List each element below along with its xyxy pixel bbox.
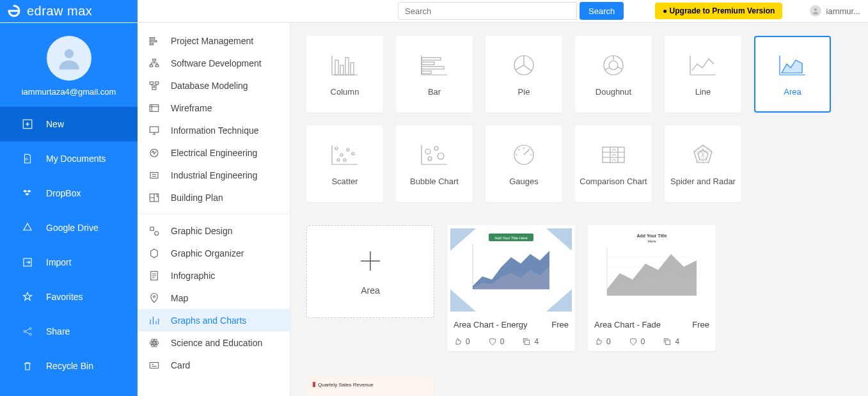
svg-rect-13 [150,43,153,44]
cat-graphs-charts[interactable]: Graphs and Charts [138,309,290,331]
cat-project-management[interactable]: Project Management [138,29,290,52]
cat-science[interactable]: Science and Education [138,331,290,354]
cat-database[interactable]: Database Modeling [138,74,290,97]
template-energy[interactable]: Add Your Title Here Area Chart - Energy … [447,225,575,351]
chart-type-scatter[interactable]: Scatter [306,125,383,202]
svg-marker-61 [450,289,476,312]
search-button[interactable]: Search [580,2,624,20]
main-content: Column Bar Pie Doughnut Line Area [291,23,868,396]
template-blank-area[interactable]: Area [306,225,434,318]
copy-icon [663,337,672,346]
svg-rect-36 [345,58,349,75]
svg-rect-19 [152,87,156,90]
svg-point-44 [609,61,618,70]
svg-rect-38 [422,58,441,60]
pie-chart-icon [508,52,540,78]
nav-gdrive[interactable]: Google Drive [0,210,138,245]
template-fade[interactable]: Add Your Title Here [588,225,716,351]
svg-text:Add Your Title: Add Your Title [636,234,667,238]
chart-type-doughnut[interactable]: Doughnut [575,36,652,113]
template-favs[interactable]: 0 [629,337,645,346]
chart-type-label: Pie [518,87,530,97]
chart-type-spider[interactable]: Spider and Radar [665,125,741,202]
svg-point-45 [335,147,338,150]
cat-graphic-organizer[interactable]: Graphic Organizer [138,242,290,264]
chart-type-label: Bar [428,87,441,97]
template-likes[interactable]: 0 [454,337,470,346]
radar-chart-icon [687,142,719,168]
flowchart-icon [148,57,161,70]
chart-type-gauges[interactable]: Gauges [485,125,562,202]
svg-rect-16 [155,65,159,67]
svg-rect-25 [150,227,154,230]
cat-map[interactable]: Map [138,287,290,309]
chart-type-bubble[interactable]: Bubble Chart [396,125,473,202]
design-icon [148,225,161,237]
template-title: Area Chart - Energy [454,320,528,329]
svg-point-30 [150,341,159,345]
nav-favorites[interactable]: Favorites [0,280,138,314]
column-chart-icon [329,52,361,78]
svg-point-2 [65,49,74,58]
svg-point-52 [434,147,438,150]
nav-recycle[interactable]: Recycle Bin [0,349,138,383]
circuit-icon [148,147,161,159]
hexagon-icon [148,247,161,260]
upgrade-button[interactable]: ● Upgrade to Premium Version [655,3,782,19]
table-icon [597,142,629,168]
svg-rect-18 [155,82,159,84]
nav-mydocs[interactable]: My Documents [0,141,138,176]
template-likes[interactable]: 0 [594,337,611,346]
svg-rect-34 [335,60,338,75]
svg-point-47 [347,148,349,151]
dropbox-icon [22,187,33,199]
avatar-icon[interactable] [47,36,91,81]
cat-infographic[interactable]: Infographic [138,264,290,287]
chart-type-pie[interactable]: Pie [485,36,562,113]
chart-type-line[interactable]: Line [665,36,741,113]
brand-logo[interactable]: edraw max [0,0,138,22]
cat-software-dev[interactable]: Software Development [138,52,290,74]
category-panel: Project Management Software Development … [138,23,291,396]
nav-dropbox[interactable]: DropBox [0,176,138,210]
nav-label: Recycle Bin [46,361,93,371]
user-avatar-icon [810,5,821,17]
cat-electrical[interactable]: Electrical Engineering [138,141,290,164]
map-pin-icon [148,292,161,305]
nav-new[interactable]: New [0,107,138,141]
chart-type-comparison[interactable]: Comparison Chart [575,125,652,202]
nav-import[interactable]: Import [0,245,138,280]
cat-card[interactable]: Card [138,354,290,376]
topbar: edraw max Search ● Upgrade to Premium Ve… [0,0,868,23]
template-copies[interactable]: 4 [663,337,679,346]
cat-graphic-design[interactable]: Graphic Design [138,219,290,242]
cat-building[interactable]: Building Plan [138,186,290,209]
template-quarterly-sales[interactable]: Quartely Sales Revenue [306,377,434,396]
svg-rect-39 [422,62,434,65]
profile-block: iammurtaza4@gmail.com [0,23,138,107]
bubble-chart-icon [418,142,450,168]
template-copies[interactable]: 4 [522,337,539,346]
sidebar-left: iammurtaza4@gmail.com New My Documents D… [0,23,138,396]
cat-label: Wireframe [171,103,212,113]
svg-point-46 [340,154,343,156]
bar-chart-icon [148,314,161,327]
template-preview: Add Your Title Here [588,225,716,315]
cat-industrial[interactable]: Industrial Engineering [138,164,290,186]
chart-type-column[interactable]: Column [306,36,383,113]
svg-rect-33 [150,362,159,368]
chart-type-area[interactable]: Area [754,36,831,113]
svg-rect-12 [150,40,157,42]
template-favs[interactable]: 0 [488,337,505,346]
user-menu[interactable]: iammur... [810,5,860,17]
atom-icon [148,337,161,349]
cat-wireframe[interactable]: Wireframe [138,97,290,119]
svg-point-50 [337,159,340,161]
svg-point-1 [814,8,817,11]
search-input[interactable] [398,2,577,20]
nav-share[interactable]: Share [0,314,138,349]
svg-rect-14 [153,59,156,61]
cat-infotech[interactable]: Information Technique [138,119,290,141]
nav-label: New [46,119,64,129]
chart-type-bar[interactable]: Bar [396,36,473,113]
